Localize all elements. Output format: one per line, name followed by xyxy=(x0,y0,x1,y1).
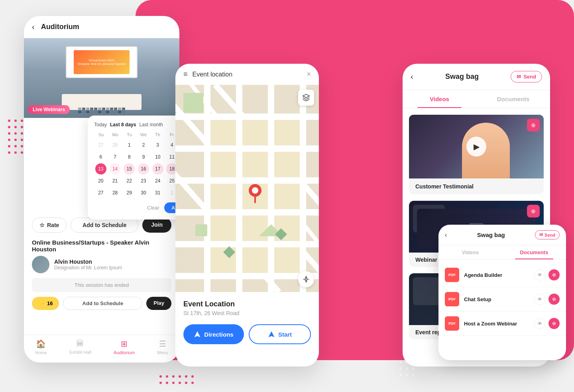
pdf-icon-zoom: PDF xyxy=(445,316,459,331)
doc-eye-button-agenda[interactable]: 👁 xyxy=(534,269,545,280)
cal-cell[interactable]: 16 xyxy=(138,163,149,174)
cal-cell[interactable]: 28 xyxy=(110,187,121,198)
decorative-dots-bottom xyxy=(159,375,194,384)
nav-menu[interactable]: ☰ Menu xyxy=(157,339,168,355)
svg-rect-15 xyxy=(210,120,236,145)
cal-cell[interactable]: 9 xyxy=(138,151,149,163)
play-button-1[interactable]: ▶ xyxy=(466,137,486,157)
doc-name-agenda: Agenda Builder xyxy=(464,272,529,278)
swag-bag-title: Swag bag xyxy=(445,73,479,81)
doc-actions-chat: 👁 ⊕ xyxy=(534,294,560,305)
cal-cell[interactable]: 28 xyxy=(110,139,121,151)
mini-back-button[interactable]: ‹ xyxy=(445,231,447,239)
calendar-days-header: SuMoTuWeThFrSa xyxy=(94,132,179,137)
calendar-overlay: Today Last 8 days Last month ▾ SuMoTuWeT… xyxy=(88,116,179,220)
cal-clear-button[interactable]: Clear xyxy=(147,205,159,211)
exhibit-icon: 🏛 xyxy=(76,339,84,348)
svg-rect-16 xyxy=(242,120,268,145)
cal-tab-lastmonth[interactable]: Last month xyxy=(139,122,163,127)
action-buttons: ☆ Rate Add to Schedule Join xyxy=(32,218,171,233)
swag-send-button[interactable]: ✉ Send xyxy=(511,71,542,82)
mini-tabs: Videos Documents xyxy=(438,245,566,260)
svg-marker-38 xyxy=(305,276,307,278)
doc-item-agenda: PDF Agenda Builder 👁 ⊕ xyxy=(438,263,566,287)
cal-cell[interactable]: 27 xyxy=(95,139,106,151)
nav-home[interactable]: 🏠 Home xyxy=(35,339,47,355)
cal-cell[interactable]: 2 xyxy=(138,139,149,151)
cal-cell[interactable]: 7 xyxy=(110,151,121,163)
join-button[interactable]: Join xyxy=(142,218,171,233)
video-title-1: Customer Testimonial xyxy=(409,178,544,194)
svg-rect-32 xyxy=(195,224,207,236)
directions-button[interactable]: Directions xyxy=(183,324,244,344)
map-close-button[interactable]: × xyxy=(307,70,311,78)
cal-cell-selected[interactable]: 13 xyxy=(95,163,106,174)
nav-home-label: Home xyxy=(35,350,47,355)
tab-documents[interactable]: Documents xyxy=(476,90,550,108)
calendar-grid: 27 28 1 2 3 4 5 6 7 8 9 10 11 12 13 14 1… xyxy=(94,139,179,198)
cal-cell[interactable]: 17 xyxy=(152,163,163,174)
speaker-row: Alvin Houston Designation of Mr. Lorem I… xyxy=(32,256,171,273)
cal-cell[interactable]: 8 xyxy=(124,151,135,163)
rating-button[interactable]: ⭐16 xyxy=(32,297,59,310)
cal-cell[interactable]: 23 xyxy=(138,175,149,186)
cal-cell[interactable]: 27 xyxy=(95,187,106,198)
doc-save-button-chat[interactable]: ⊕ xyxy=(548,294,560,305)
phone-left-content: ☆ Rate Add to Schedule Join Online Busin… xyxy=(24,211,179,316)
session-ended-banner: This session has ended xyxy=(32,278,171,292)
tab-videos[interactable]: Videos xyxy=(403,90,476,108)
document-list: PDF Agenda Builder 👁 ⊕ PDF Chat Setup 👁 … xyxy=(438,260,566,339)
doc-eye-button-zoom[interactable]: 👁 xyxy=(534,318,545,329)
mini-tab-documents[interactable]: Documents xyxy=(502,245,566,259)
cal-cell[interactable]: 3 xyxy=(152,139,163,151)
doc-eye-button-chat[interactable]: 👁 xyxy=(534,294,545,305)
compass-button[interactable] xyxy=(298,271,314,287)
cal-cell[interactable]: 1 xyxy=(124,139,135,151)
back-icon[interactable]: ‹ xyxy=(32,22,35,31)
add-to-schedule-button[interactable]: Add to Schedule xyxy=(71,218,138,233)
doc-actions-zoom: 👁 ⊕ xyxy=(534,318,560,329)
start-icon xyxy=(268,331,275,338)
home-icon: 🏠 xyxy=(36,339,46,349)
mini-swag-title: Swag bag xyxy=(477,231,505,238)
doc-save-button-agenda[interactable]: ⊕ xyxy=(548,269,560,280)
doc-actions-agenda: 👁 ⊕ xyxy=(534,269,560,280)
cal-cell[interactable]: 30 xyxy=(138,187,149,198)
cal-cell[interactable]: 21 xyxy=(110,175,121,186)
nav-exhibit[interactable]: 🏛 Exhibit Hall xyxy=(69,339,91,355)
cal-cell[interactable]: 31 xyxy=(152,187,163,198)
cal-cell[interactable]: 6 xyxy=(95,151,106,163)
svg-marker-42 xyxy=(268,331,274,337)
nav-auditorium[interactable]: ⊞ Auditorium xyxy=(114,339,135,355)
cal-cell[interactable]: 10 xyxy=(152,151,163,163)
add-schedule-small[interactable]: Add to Schedule xyxy=(63,297,142,310)
nav-exhibit-label: Exhibit Hall xyxy=(69,350,91,355)
cal-cell[interactable]: 14 xyxy=(110,163,121,174)
map-layer-button[interactable] xyxy=(298,90,314,106)
swag-back-button[interactable]: ‹ xyxy=(411,72,413,81)
doc-save-button-zoom[interactable]: ⊕ xyxy=(548,318,560,329)
start-button[interactable]: Start xyxy=(249,324,311,344)
cal-cell[interactable]: 20 xyxy=(95,175,106,186)
cal-tab-last8[interactable]: Last 8 days xyxy=(110,122,136,127)
play-button[interactable]: Play xyxy=(146,297,171,310)
cal-cell[interactable]: 29 xyxy=(124,187,135,198)
cal-cell[interactable]: 24 xyxy=(152,175,163,186)
cal-cell[interactable]: 22 xyxy=(124,175,135,186)
rate-button[interactable]: ☆ Rate xyxy=(32,218,67,233)
decorative-dots-left xyxy=(8,120,23,154)
cal-tab-today[interactable]: Today xyxy=(94,122,107,127)
speaker-info: Alvin Houston Designation of Mr. Lorem I… xyxy=(54,259,122,270)
mini-tab-videos[interactable]: Videos xyxy=(438,245,502,259)
map-header: ≡ Event location × xyxy=(175,64,319,85)
hamburger-icon[interactable]: ≡ xyxy=(183,70,188,78)
bottom-nav: 🏠 Home 🏛 Exhibit Hall ⊞ Auditorium ☰ Men… xyxy=(24,335,179,363)
phone-left: ‹ Auditorium Virtual Event 2021Simplize … xyxy=(24,16,179,363)
cal-cell[interactable]: 15 xyxy=(124,163,135,174)
video-save-button-1[interactable]: ⊕ xyxy=(527,119,540,131)
video-save-button-2[interactable]: ⊕ xyxy=(527,205,540,218)
send-icon: ✉ xyxy=(517,74,521,80)
mini-send-button[interactable]: ✉ Send xyxy=(535,230,560,239)
map-view[interactable] xyxy=(175,85,319,292)
doc-name-chat: Chat Setup xyxy=(464,296,529,302)
